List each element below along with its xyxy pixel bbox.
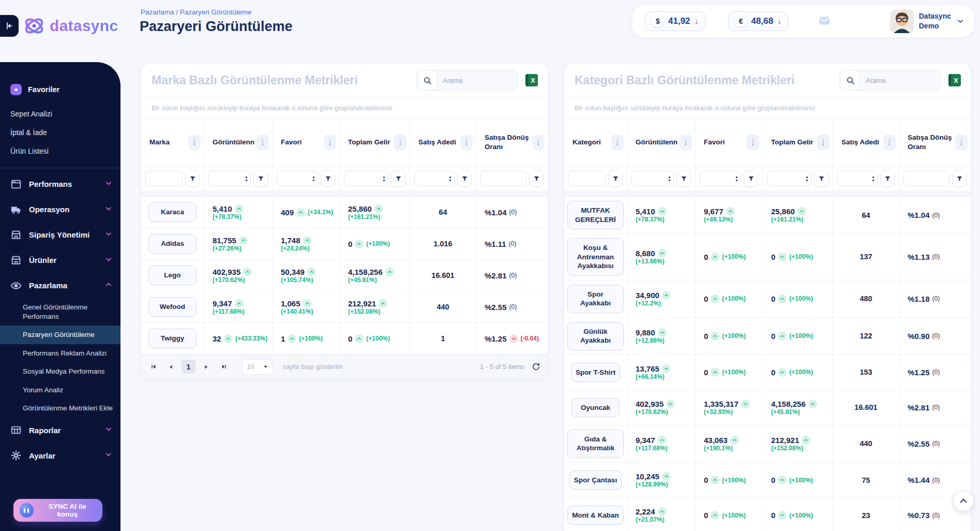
spinner-down-icon[interactable]: ▼ xyxy=(245,179,248,182)
number-spinner[interactable]: ▲▼ xyxy=(735,175,741,182)
sidebar-group-ayarlar[interactable]: Ayarlar xyxy=(0,443,120,468)
current-page-button[interactable]: 1 xyxy=(182,360,195,374)
search-icon[interactable] xyxy=(840,70,861,91)
search-input[interactable] xyxy=(861,77,940,84)
sidebar-group-raporlar[interactable]: Raporlar xyxy=(0,418,120,443)
row-chip[interactable]: Wefood xyxy=(148,297,197,317)
column-menu-button[interactable]: ⋮ xyxy=(394,135,406,150)
filter-input-name[interactable] xyxy=(569,175,605,182)
sidebar-group-operasyon[interactable]: Operasyon xyxy=(0,197,120,222)
filter-funnel-button[interactable] xyxy=(744,170,758,187)
filter-input-sales[interactable] xyxy=(838,175,871,182)
spinner-up-icon[interactable]: ▲ xyxy=(448,175,452,179)
sidebar-item-görüntülenme-metrikleri-ekle[interactable]: Görüntülenme Metrikleri Ekle xyxy=(0,399,120,418)
row-chip[interactable]: Oyuncak xyxy=(571,398,620,418)
sync-ai-button[interactable]: SYNC AI ile konuş xyxy=(13,499,102,522)
previous-page-button[interactable] xyxy=(164,360,177,374)
spinner-up-icon[interactable]: ▲ xyxy=(805,175,809,179)
filter-funnel-button[interactable] xyxy=(253,170,268,187)
sidebar-item-performans-reklam-analizi[interactable]: Performans Reklam Analizi xyxy=(0,344,120,363)
filter-input-conversion[interactable] xyxy=(481,175,526,182)
spinner-down-icon[interactable]: ▼ xyxy=(735,179,738,182)
filter-funnel-button[interactable] xyxy=(185,170,200,187)
column-menu-button[interactable]: ⋮ xyxy=(883,135,896,150)
row-chip[interactable]: Spor Ayakkabı xyxy=(567,285,624,313)
excel-export-button[interactable]: X xyxy=(947,72,962,88)
spinner-down-icon[interactable]: ▼ xyxy=(668,179,671,182)
row-chip[interactable]: Twiggy xyxy=(148,329,197,348)
sidebar-group-performans[interactable]: Performans xyxy=(0,171,120,197)
sidebar-group-siparis-yonetimi[interactable]: Sipariş Yönetimi xyxy=(0,222,120,247)
sidebar-collapse-button[interactable] xyxy=(0,15,19,37)
spinner-down-icon[interactable]: ▼ xyxy=(448,179,452,182)
filter-funnel-button[interactable] xyxy=(880,170,895,187)
column-menu-button[interactable]: ⋮ xyxy=(680,135,692,150)
spinner-down-icon[interactable]: ▼ xyxy=(871,179,875,182)
column-menu-button[interactable]: ⋮ xyxy=(955,135,968,150)
row-chip[interactable]: MUTFAK GEREÇLERİ xyxy=(567,201,624,229)
column-menu-button[interactable]: ⋮ xyxy=(817,135,830,150)
currency-pill-usd[interactable]: $41,92↓ xyxy=(645,11,705,31)
refresh-button[interactable] xyxy=(532,362,540,371)
last-page-button[interactable] xyxy=(217,360,231,374)
row-chip[interactable]: Spor T-Shirt xyxy=(571,363,620,382)
row-chip[interactable]: Adidas xyxy=(148,234,197,254)
search-input[interactable] xyxy=(438,77,517,84)
row-chip[interactable]: Karaca xyxy=(148,202,197,222)
sidebar-item-favoriler[interactable]: ★ Favoriler xyxy=(0,82,120,97)
scroll-to-top-button[interactable] xyxy=(953,491,974,511)
sidebar-item-i-ptal-i-ade[interactable]: İptal & İade xyxy=(0,123,120,142)
column-menu-button[interactable]: ⋮ xyxy=(324,135,336,150)
spinner-up-icon[interactable]: ▲ xyxy=(382,175,386,179)
number-spinner[interactable]: ▲▼ xyxy=(382,175,388,182)
row-chip[interactable]: Koşu & Antrenman Ayakkabısı xyxy=(567,238,624,276)
sidebar-item-sosyal-medya-performans[interactable]: Sosyal Medya Performans xyxy=(0,362,120,381)
sidebar-item-genel-görüntülenme-performans[interactable]: Genel Görüntülenme Performans xyxy=(0,298,120,326)
sidebar-group-pazarlama[interactable]: Pazarlama xyxy=(0,273,120,298)
spinner-up-icon[interactable]: ▲ xyxy=(245,175,248,179)
excel-export-button[interactable]: X xyxy=(524,72,539,88)
page-size-select[interactable]: 10 xyxy=(242,359,273,375)
number-spinner[interactable]: ▲▼ xyxy=(668,175,673,182)
search-icon[interactable] xyxy=(417,70,438,91)
filter-input-views[interactable] xyxy=(632,175,668,182)
column-menu-button[interactable]: ⋮ xyxy=(532,135,545,150)
spinner-down-icon[interactable]: ▼ xyxy=(382,179,386,182)
spinner-up-icon[interactable]: ▲ xyxy=(871,175,875,179)
filter-funnel-button[interactable] xyxy=(676,170,691,187)
column-menu-button[interactable]: ⋮ xyxy=(257,135,269,150)
user-menu[interactable]: Datasync Demo xyxy=(890,9,964,33)
filter-input-revenue[interactable] xyxy=(344,175,382,182)
filter-input-name[interactable] xyxy=(146,175,182,182)
number-spinner[interactable]: ▲▼ xyxy=(312,175,318,182)
row-chip[interactable]: Spor Çantası xyxy=(569,470,622,490)
next-page-button[interactable] xyxy=(200,360,213,374)
filter-funnel-button[interactable] xyxy=(321,170,335,187)
spinner-down-icon[interactable]: ▼ xyxy=(805,179,809,182)
filter-funnel-button[interactable] xyxy=(391,170,405,187)
group-by-hint[interactable]: Bir sütun başlığını sürükleyip buraya bı… xyxy=(141,97,548,119)
sidebar-item-sepet-analizi[interactable]: Sepet Analizi xyxy=(0,105,120,123)
row-chip[interactable]: Gıda & Atıştırmalık xyxy=(567,430,624,458)
group-by-hint[interactable]: Bir sütun başlığını sürükleyip buraya bı… xyxy=(564,97,971,119)
filter-input-favorites[interactable] xyxy=(277,175,312,182)
filter-funnel-button[interactable] xyxy=(608,170,623,187)
mail-button[interactable] xyxy=(817,14,832,28)
spinner-up-icon[interactable]: ▲ xyxy=(735,175,738,179)
sidebar-item-yorum-analiz[interactable]: Yorum Analiz xyxy=(0,381,120,400)
column-menu-button[interactable]: ⋮ xyxy=(188,135,201,150)
column-menu-button[interactable]: ⋮ xyxy=(611,135,624,150)
row-chip[interactable]: Mont & Kaban xyxy=(567,506,624,525)
number-spinner[interactable]: ▲▼ xyxy=(871,175,877,182)
spinner-up-icon[interactable]: ▲ xyxy=(668,175,671,179)
sidebar-item--r-n-listesi[interactable]: Ürün Listesi xyxy=(0,142,120,160)
sidebar-group-urunler[interactable]: Ürünler xyxy=(0,247,120,273)
breadcrumb[interactable]: Pazarlama / Pazaryeri Görüntüleme xyxy=(141,8,252,16)
number-spinner[interactable]: ▲▼ xyxy=(805,175,811,182)
row-chip[interactable]: Günlük Ayakkabı xyxy=(567,322,624,350)
filter-funnel-button[interactable] xyxy=(457,170,472,187)
filter-input-views[interactable] xyxy=(209,175,245,182)
filter-input-favorites[interactable] xyxy=(700,175,735,182)
currency-pill-eur[interactable]: €48,68↓ xyxy=(728,11,789,31)
sidebar-item-pazaryeri-görüntüleme[interactable]: Pazaryeri Görüntüleme xyxy=(0,326,120,344)
